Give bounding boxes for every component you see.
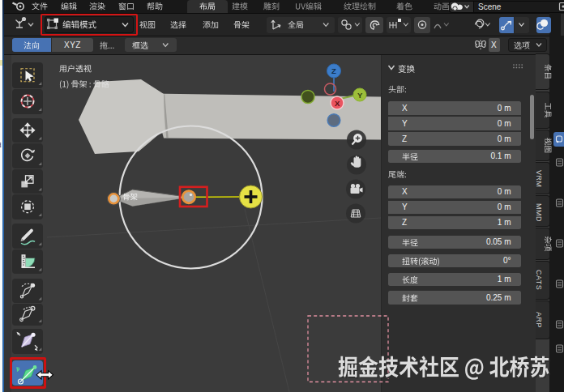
svg-text:Z: Z bbox=[331, 66, 336, 75]
svg-text:Y: Y bbox=[357, 91, 363, 100]
svg-text:X: X bbox=[335, 99, 340, 108]
